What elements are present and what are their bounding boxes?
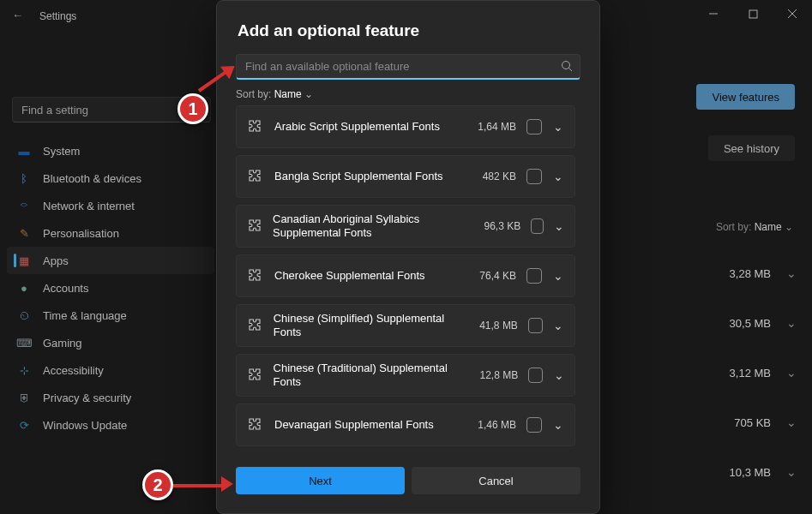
feature-size: 1,64 MB (468, 121, 516, 133)
next-button[interactable]: Next (236, 467, 405, 494)
feature-size: 12,8 MB (473, 369, 518, 381)
chevron-down-icon[interactable]: ⌄ (554, 219, 564, 233)
feature-checkbox[interactable] (526, 169, 542, 184)
feature-checkbox[interactable] (528, 318, 543, 333)
feature-label: Chinese (Traditional) Supplemental Fonts (274, 362, 464, 388)
feature-label: Chinese (Simplified) Supplemental Fonts (274, 312, 463, 338)
feature-size: 76,4 KB (468, 270, 516, 282)
add-feature-dialog: Add an optional feature Find an availabl… (216, 0, 600, 514)
svg-point-4 (562, 62, 570, 69)
chevron-down-icon[interactable]: ⌄ (552, 269, 564, 283)
chevron-down-icon: ⌄ (304, 88, 313, 100)
feature-label: Bangla Script Supplemental Fonts (274, 170, 458, 183)
puzzle-icon (247, 367, 263, 384)
dialog-search-input[interactable]: Find an available optional feature (236, 54, 580, 80)
puzzle-icon (247, 118, 264, 135)
feature-row[interactable]: Chinese (Simplified) Supplemental Fonts4… (236, 304, 575, 347)
chevron-down-icon[interactable]: ⌄ (553, 319, 564, 332)
chevron-down-icon[interactable]: ⌄ (552, 120, 564, 134)
cancel-button[interactable]: Cancel (412, 467, 580, 494)
feature-checkbox[interactable] (526, 417, 542, 433)
feature-row[interactable]: Canadian Aboriginal Syllabics Supplement… (236, 205, 575, 248)
chevron-down-icon[interactable]: ⌄ (553, 368, 564, 382)
feature-checkbox[interactable] (528, 368, 543, 383)
feature-size: 96,3 KB (482, 220, 520, 232)
feature-row[interactable]: Cherokee Supplemental Fonts76,4 KB⌄ (236, 254, 575, 297)
feature-label: Cherokee Supplemental Fonts (274, 269, 458, 283)
feature-row[interactable]: Chinese (Traditional) Supplemental Fonts… (236, 354, 575, 397)
dialog-sort[interactable]: Sort by: Name ⌄ (217, 80, 599, 105)
dialog-title: Add an optional feature (217, 1, 599, 51)
feature-checkbox[interactable] (526, 119, 542, 134)
feature-row[interactable]: Bangla Script Supplemental Fonts482 KB⌄ (236, 155, 575, 198)
feature-row[interactable]: Devanagari Supplemental Fonts1,46 MB⌄ (236, 403, 575, 446)
feature-size: 41,8 MB (472, 320, 517, 332)
feature-size: 482 KB (468, 170, 516, 182)
feature-row[interactable]: Arabic Script Supplemental Fonts1,64 MB⌄ (236, 105, 575, 148)
search-icon (561, 60, 573, 75)
feature-label: Devanagari Supplemental Fonts (274, 418, 458, 432)
chevron-down-icon[interactable]: ⌄ (552, 418, 564, 432)
svg-line-5 (569, 69, 573, 72)
feature-checkbox[interactable] (531, 218, 544, 234)
puzzle-icon (247, 218, 262, 235)
feature-label: Arabic Script Supplemental Fonts (274, 120, 458, 134)
feature-label: Canadian Aboriginal Syllabics Supplement… (273, 212, 472, 239)
puzzle-icon (247, 168, 264, 185)
puzzle-icon (247, 416, 264, 433)
feature-size: 1,46 MB (468, 419, 516, 431)
puzzle-icon (247, 317, 263, 334)
dialog-search-placeholder: Find an available optional feature (245, 60, 410, 73)
chevron-down-icon[interactable]: ⌄ (552, 170, 564, 183)
puzzle-icon (247, 267, 264, 284)
feature-checkbox[interactable] (526, 268, 542, 284)
